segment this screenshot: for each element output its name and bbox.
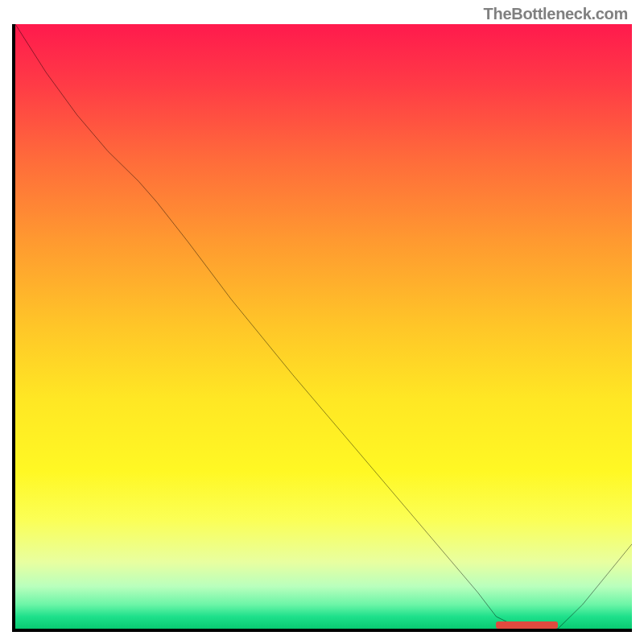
attribution-label: TheBottleneck.com (484, 5, 628, 23)
bottleneck-curve (15, 24, 632, 629)
valley-marker (496, 621, 558, 629)
chart-root: TheBottleneck.com (0, 0, 644, 644)
plot-area (12, 24, 632, 632)
plot-inner (15, 24, 632, 629)
